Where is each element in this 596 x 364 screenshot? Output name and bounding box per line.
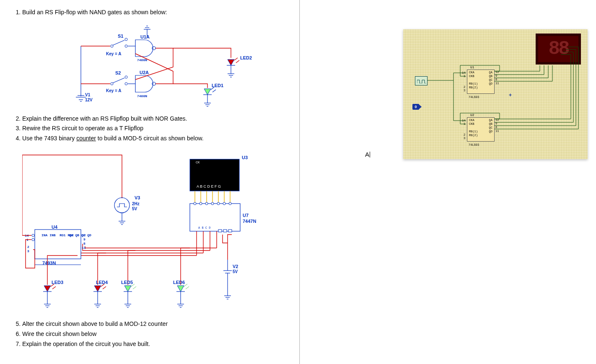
svg-point-49 <box>217 202 220 205</box>
svg-marker-19 <box>228 59 234 65</box>
q6-text: Wire the circuit shown below <box>22 330 96 337</box>
page-gap <box>300 0 304 364</box>
led6: LED6 <box>173 280 185 285</box>
proteus-screenshot: 88 0 + U1 CKA CKB R0(1) R0(2) QA QB QC Q… <box>403 29 588 159</box>
square-wave-icon <box>417 79 426 83</box>
svg-point-50 <box>223 202 225 205</box>
list-item: Build an RS Flip-flop with NAND gates as… <box>22 8 291 109</box>
q2-text: Explain the difference with an RS Flipfl… <box>22 115 187 122</box>
u2a-part: 7400N <box>137 94 147 98</box>
svg-text:CK: CK <box>196 161 200 164</box>
u1a-label: U1A <box>140 34 150 39</box>
list-item: Use the 7493 binary counter to build a M… <box>22 134 291 315</box>
document-left-page: Build an RS Flip-flop with NAND gates as… <box>0 0 299 364</box>
svg-line-113 <box>186 287 189 289</box>
u7-part: 7447N <box>243 219 256 224</box>
svg-point-18 <box>152 82 155 85</box>
v3-hz: 2Hz <box>132 201 140 206</box>
led4: LED4 <box>96 280 108 285</box>
svg-rect-44 <box>190 204 240 231</box>
diagram2-svg: U3 A B C D E F G CK U7 7447N <box>22 147 290 314</box>
seven-segment-display: 88 <box>536 34 581 65</box>
svg-line-15 <box>113 78 124 83</box>
list-item: Explain the difference with an RS Flipfl… <box>22 115 291 123</box>
document-right-page: A 88 0 + U1 CKA CKB R0(1) R0(2) QA QB QC… <box>304 0 596 364</box>
led2-label: LED2 <box>240 55 252 60</box>
led5: LED5 <box>121 280 133 285</box>
question-list: Build an RS Flip-flop with NAND gates as… <box>10 8 291 348</box>
u1-part: 74LS93 <box>469 96 479 99</box>
svg-rect-55 <box>228 230 232 232</box>
svg-text:8: 8 <box>83 242 86 245</box>
diagram-rs-flipflop: V1 12V S1 Key = A <box>22 21 291 109</box>
logic-state-0: 0 <box>412 104 419 110</box>
svg-line-21 <box>234 58 238 60</box>
svg-marker-86 <box>44 286 51 292</box>
u2-part: 74LS93 <box>469 143 479 147</box>
svg-point-17 <box>125 76 127 78</box>
v2: V2 <box>233 264 238 269</box>
svg-line-22 <box>236 60 239 63</box>
svg-point-11 <box>125 45 127 47</box>
svg-point-46 <box>200 202 202 205</box>
q4-post: to build a MOD-5 circuit as shown below. <box>96 135 204 142</box>
u4-label: U4 <box>52 225 58 230</box>
u1a-part: 7400N <box>137 58 147 62</box>
svg-marker-94 <box>94 286 101 292</box>
u2a-label: U2A <box>140 70 149 75</box>
svg-text:3: 3 <box>27 249 29 253</box>
abcdefg: A B C D E F G <box>197 184 221 188</box>
q7-text: Explain the operation of the circuit you… <box>22 341 150 347</box>
s1-key: Key = A <box>106 52 122 56</box>
svg-marker-27 <box>204 89 211 95</box>
svg-marker-102 <box>124 286 131 292</box>
q4-pre: Use the 7493 binary <box>22 135 76 142</box>
u2-label: U2 <box>470 113 474 117</box>
svg-point-72 <box>114 198 130 213</box>
u3-label: U3 <box>242 155 248 160</box>
v2v: 5V <box>233 269 238 274</box>
s2-key: Key = A <box>106 88 122 93</box>
crosshair-marker: + <box>509 92 512 98</box>
list-item: Wire the circuit shown below <box>22 330 291 338</box>
svg-point-47 <box>205 202 208 205</box>
svg-point-16 <box>125 83 127 85</box>
svg-text:9: 9 <box>83 238 86 241</box>
svg-text:12: 12 <box>82 233 86 237</box>
svg-line-105 <box>133 287 136 289</box>
text-cursor[interactable]: A <box>365 151 370 158</box>
svg-line-30 <box>212 90 216 92</box>
svg-line-10 <box>113 40 124 45</box>
svg-rect-54 <box>223 230 227 232</box>
svg-point-63 <box>32 238 34 241</box>
diagram-mod5-counter: U3 A B C D E F G CK U7 7447N <box>22 147 291 314</box>
ic-u2: CKA CKB R0(1) R0(2) QA QB QC QD <box>467 117 495 142</box>
svg-point-48 <box>211 202 214 205</box>
q1-text: Build an RS Flip-flop with NAND gates as… <box>22 9 167 15</box>
svg-text:2: 2 <box>27 245 29 249</box>
svg-text:11: 11 <box>82 246 86 250</box>
clock-source <box>415 76 428 85</box>
svg-point-62 <box>32 234 34 237</box>
svg-text:A  B  C  D: A B C D <box>198 226 210 230</box>
svg-point-51 <box>229 202 231 205</box>
v1-label: V1 <box>85 93 91 97</box>
v1-volt: 12V <box>85 98 93 102</box>
v3-v: 5V <box>132 207 137 211</box>
q3-text: Rewire the RS circuit to operate as a T … <box>22 125 143 132</box>
svg-line-97 <box>103 287 106 289</box>
svg-rect-53 <box>218 230 222 232</box>
svg-point-45 <box>194 202 196 205</box>
list-item: Alter the circuit shown above to build a… <box>22 320 291 328</box>
led3: LED3 <box>52 280 63 285</box>
u7-label: U7 <box>243 213 249 218</box>
s1-label: S1 <box>118 34 123 39</box>
svg-point-12 <box>125 38 127 41</box>
v3-label: V3 <box>135 195 140 200</box>
q5-text: Alter the circuit shown above to build a… <box>22 320 168 327</box>
s2-label: S2 <box>115 70 121 75</box>
svg-line-89 <box>52 287 56 289</box>
svg-marker-110 <box>177 286 184 292</box>
svg-point-13 <box>152 46 155 50</box>
led1-label: LED1 <box>212 83 223 88</box>
